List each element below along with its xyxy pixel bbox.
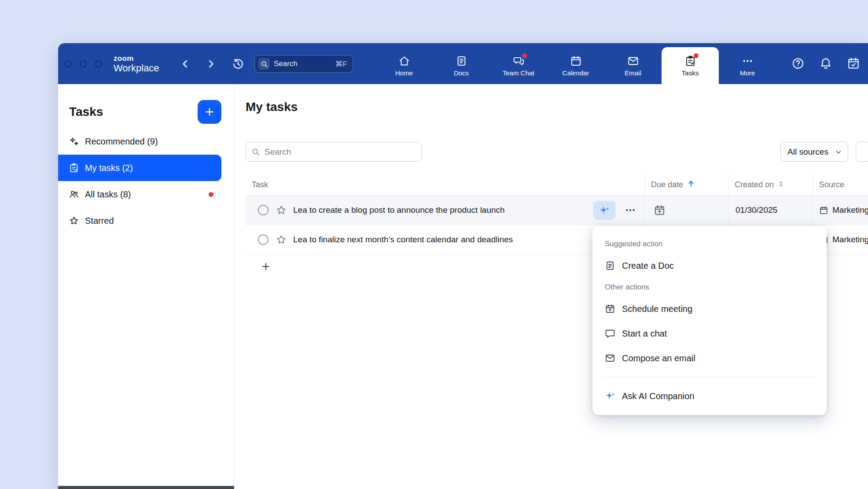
- plus-icon: [261, 261, 271, 272]
- task-list-icon: [69, 163, 79, 173]
- zoom-workplace-logo: zoom Workplace: [114, 55, 159, 73]
- more-actions-icon: [625, 204, 636, 216]
- window-maximize-button[interactable]: [95, 60, 102, 67]
- team-chat-icon: [513, 55, 525, 67]
- logo-product: zoom: [114, 55, 159, 62]
- search-icon: [258, 58, 270, 70]
- tasks-sidebar: Tasks Recommended (9) My tasks (2) All t…: [58, 84, 234, 489]
- calendar-widget-button[interactable]: [846, 57, 861, 71]
- window-controls: [64, 43, 102, 84]
- task-checkbox[interactable]: [258, 234, 268, 245]
- search-icon: [251, 148, 260, 156]
- email-icon: [627, 55, 639, 67]
- sidebar-title: Tasks: [69, 105, 103, 119]
- menu-item-schedule-meeting[interactable]: Schedule meeting: [592, 296, 827, 321]
- global-search[interactable]: Search ⌘F: [254, 55, 353, 73]
- sidebar-item-label: All tasks (8): [85, 189, 131, 200]
- window-close-button[interactable]: [64, 60, 71, 67]
- tasks-icon: [684, 55, 696, 67]
- sort-toggle-icon[interactable]: [777, 180, 785, 190]
- column-header-created-on[interactable]: Created on: [728, 174, 813, 195]
- task-title: Lea to create a blog post to announce th…: [293, 205, 505, 215]
- sort-ascending-icon[interactable]: [687, 179, 695, 190]
- sparkles-icon: [69, 136, 79, 147]
- more-icon: [742, 55, 754, 67]
- task-checkbox[interactable]: [258, 205, 268, 215]
- calendar-widget-icon: [847, 57, 860, 70]
- ai-companion-button[interactable]: [593, 201, 615, 220]
- add-task-inline-button[interactable]: [260, 261, 272, 273]
- column-header-source: Source: [813, 174, 868, 195]
- menu-item-ask-ai-companion[interactable]: Ask AI Companion: [592, 383, 827, 409]
- star-task-button[interactable]: [276, 204, 287, 216]
- star-task-button[interactable]: [276, 234, 287, 245]
- task-actions-menu: Suggested action Create a Doc Other acti…: [592, 226, 827, 415]
- nav-tab-calendar[interactable]: Calendar: [547, 47, 604, 84]
- menu-section-label: Other actions: [592, 278, 827, 296]
- task-row[interactable]: Lea to create a blog post to announce th…: [246, 196, 868, 225]
- help-icon: [791, 57, 805, 70]
- column-header-due-date[interactable]: Due date: [644, 174, 728, 195]
- nav-tab-team-chat[interactable]: Team Chat: [490, 47, 547, 84]
- page-title: My tasks: [246, 100, 298, 114]
- sources-filter-dropdown[interactable]: All sources: [780, 142, 848, 162]
- nav-tab-home[interactable]: Home: [375, 47, 433, 84]
- zoom-workplace-window: zoom Workplace Search ⌘F: [58, 43, 868, 489]
- nav-tab-more[interactable]: More: [719, 47, 776, 84]
- history-button[interactable]: [231, 56, 246, 71]
- sidebar-item-label: Recommended (9): [85, 137, 158, 147]
- menu-section-label: Suggested action: [592, 235, 827, 253]
- help-button[interactable]: [791, 57, 805, 71]
- source-value: Marketing: [832, 205, 868, 215]
- notifications-bell-icon: [819, 57, 832, 70]
- task-cell: Lea to finalize next month’s content cal…: [246, 225, 644, 254]
- nav-tab-email[interactable]: Email: [604, 47, 662, 84]
- app-body: Tasks Recommended (9) My tasks (2) All t…: [58, 84, 868, 489]
- task-search[interactable]: [246, 142, 422, 162]
- row-more-actions-button[interactable]: [623, 204, 637, 218]
- forward-button[interactable]: [203, 56, 218, 71]
- notifications-button[interactable]: [819, 57, 833, 71]
- sidebar-item-my-tasks[interactable]: My tasks (2): [58, 155, 221, 181]
- star-icon: [69, 215, 79, 226]
- nav-tab-docs[interactable]: Docs: [433, 47, 490, 84]
- add-due-date-button[interactable]: [654, 204, 666, 216]
- window-minimize-button[interactable]: [80, 60, 87, 67]
- chevron-down-icon: [835, 148, 842, 156]
- new-task-button[interactable]: [198, 100, 221, 124]
- task-search-input[interactable]: [265, 147, 416, 157]
- cutoff-toolbar-control[interactable]: [856, 142, 868, 162]
- due-date-cell: [644, 196, 728, 225]
- task-title: Lea to finalize next month’s content cal…: [293, 235, 513, 244]
- sidebar-item-all-tasks[interactable]: All tasks (8): [58, 181, 221, 207]
- dock-edge: [58, 486, 234, 489]
- calendar-icon: [819, 206, 828, 215]
- docs-icon: [456, 55, 467, 67]
- team-chat-badge: [522, 53, 527, 58]
- sidebar-header: Tasks: [58, 84, 234, 124]
- menu-item-create-doc[interactable]: Create a Doc: [592, 253, 827, 278]
- nav-tab-tasks[interactable]: Tasks: [662, 47, 719, 84]
- calendar-icon: [570, 55, 582, 67]
- sidebar-item-label: My tasks (2): [85, 163, 133, 173]
- chevron-right-icon: [205, 58, 217, 70]
- menu-item-compose-email[interactable]: Compose an email: [592, 346, 827, 370]
- sources-filter-value: All sources: [787, 147, 828, 157]
- menu-item-start-chat[interactable]: Start a chat: [592, 321, 827, 346]
- source-value: Marketing: [832, 235, 868, 244]
- chat-bubble-icon: [605, 328, 615, 339]
- global-search-placeholder: Search: [274, 59, 298, 68]
- sidebar-item-label: Starred: [85, 216, 114, 226]
- chevron-left-icon: [180, 58, 191, 70]
- sidebar-item-starred[interactable]: Starred: [58, 207, 221, 234]
- created-on-value: 01/30/2025: [728, 205, 777, 215]
- tasks-badge: [694, 53, 699, 58]
- window-topbar: zoom Workplace Search ⌘F: [58, 43, 868, 84]
- back-button[interactable]: [178, 56, 193, 71]
- doc-icon: [605, 260, 615, 271]
- sidebar-item-recommended[interactable]: Recommended (9): [58, 128, 221, 155]
- home-icon: [398, 55, 410, 67]
- all-tasks-badge: [209, 192, 213, 197]
- top-navigation: Home Docs Team Chat Calendar: [375, 47, 776, 84]
- plus-icon: [204, 106, 215, 118]
